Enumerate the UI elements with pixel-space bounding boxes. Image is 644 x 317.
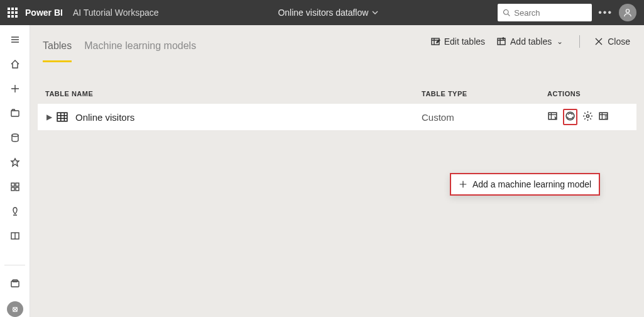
svg-rect-4 — [11, 183, 14, 186]
svg-rect-14 — [57, 113, 67, 121]
learn-icon[interactable] — [8, 229, 22, 242]
edit-tables-label: Edit tables — [444, 36, 485, 47]
col-header-type: Table Type — [422, 90, 547, 97]
table-icon — [57, 111, 68, 123]
svg-rect-5 — [16, 183, 19, 186]
home-icon[interactable] — [8, 57, 22, 70]
svg-point-3 — [12, 134, 18, 136]
search-box[interactable] — [498, 4, 592, 21]
chevron-down-icon — [372, 9, 378, 16]
table-row: ▶ Online visitors Custom — [38, 104, 636, 130]
expand-row-icon[interactable]: ▶ — [45, 113, 53, 121]
deployment-icon[interactable] — [8, 204, 22, 218]
svg-rect-2 — [11, 111, 19, 116]
close-button[interactable]: Close — [592, 34, 631, 49]
dataflow-switcher[interactable]: Online visitors dataflow — [278, 8, 378, 18]
add-tables-button[interactable]: Add tables — [495, 34, 553, 49]
svg-rect-7 — [16, 187, 19, 191]
main-content: Tables Machine learning models Edit tabl… — [30, 25, 644, 317]
tab-ml-models[interactable]: Machine learning models — [84, 40, 196, 62]
col-header-name: Table Name — [45, 90, 422, 97]
search-input[interactable] — [514, 8, 587, 18]
svg-rect-6 — [11, 187, 14, 191]
divider — [579, 35, 580, 48]
plus-icon — [459, 180, 467, 189]
row-name[interactable]: Online visitors — [75, 112, 422, 123]
person-icon — [623, 8, 632, 17]
left-nav — [0, 25, 30, 317]
waffle-icon[interactable] — [8, 8, 18, 18]
row-type: Custom — [422, 112, 547, 123]
dataflow-name: Online visitors dataflow — [278, 8, 368, 18]
more-options-button[interactable]: ••• — [598, 7, 613, 18]
action-ml-icon[interactable] — [563, 109, 577, 125]
workspace-name[interactable]: AI Tutorial Workspace — [73, 8, 159, 18]
add-tables-dropdown[interactable]: ⌄ — [553, 37, 567, 46]
tab-bar: Tables Machine learning models — [43, 40, 196, 62]
svg-point-17 — [586, 114, 589, 117]
svg-point-0 — [504, 9, 509, 14]
action-refresh-icon[interactable] — [547, 111, 558, 123]
add-tables-label: Add tables — [510, 36, 552, 47]
close-label: Close — [608, 36, 630, 47]
avatar[interactable] — [619, 4, 636, 21]
workspaces-icon[interactable] — [8, 277, 22, 290]
plus-icon[interactable] — [8, 82, 22, 95]
svg-rect-13 — [498, 38, 505, 45]
action-settings-icon[interactable] — [582, 111, 593, 123]
workspace-avatar-icon[interactable] — [7, 301, 23, 317]
ml-callout-label: Add a machine learning model — [472, 179, 591, 189]
column-headers: Table Name Table Type Actions — [30, 62, 644, 104]
hamburger-icon[interactable] — [8, 33, 22, 46]
data-hub-icon[interactable] — [8, 131, 22, 144]
edit-tables-button[interactable]: Edit tables — [429, 34, 486, 49]
row-actions — [547, 109, 629, 125]
app-header: Power BI AI Tutorial Workspace Online vi… — [0, 0, 644, 25]
svg-point-1 — [626, 9, 629, 13]
metrics-icon[interactable] — [8, 155, 22, 169]
tab-tables[interactable]: Tables — [43, 40, 72, 62]
action-delete-icon[interactable] — [598, 111, 609, 123]
app-title: Power BI — [25, 8, 63, 18]
browse-icon[interactable] — [8, 106, 22, 120]
col-header-actions: Actions — [547, 90, 629, 97]
apps-icon[interactable] — [8, 180, 22, 193]
ml-callout[interactable]: Add a machine learning model — [450, 173, 600, 196]
search-icon — [503, 8, 510, 17]
